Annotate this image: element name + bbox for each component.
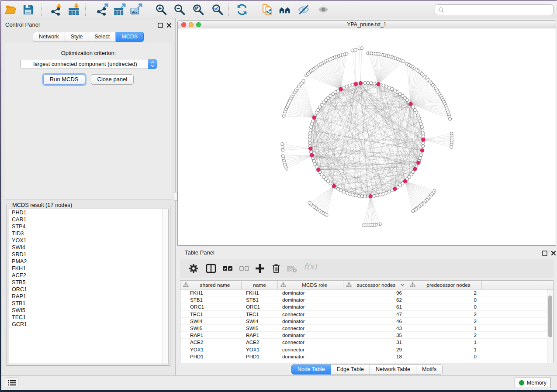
table-row[interactable]: STB1STB1dominator620	[180, 296, 547, 303]
delete-table-icon[interactable]	[286, 263, 298, 274]
mcds-result-item[interactable]: STB1	[9, 300, 168, 307]
table-row[interactable]: ORC1ORC1dominator610	[180, 303, 547, 310]
deselect-all-checkboxes-icon[interactable]	[239, 263, 250, 274]
zoom-in-icon[interactable]	[155, 3, 167, 16]
table-toolbar: f(x)	[180, 259, 554, 278]
table-row[interactable]: RAP1RAP1dominator352	[180, 332, 547, 339]
mcds-result-group: MCDS result (17 nodes) PHD1CAR1STP4TID3Y…	[7, 205, 170, 366]
mcds-result-item[interactable]: SWI4	[9, 244, 168, 251]
column-header-shared-name[interactable]: shared name	[180, 281, 242, 289]
table-row[interactable]: PHD1PHD1dominator180	[180, 353, 547, 360]
tab-motifs[interactable]: Motifs	[416, 364, 443, 375]
table-cell: SWI4	[242, 318, 278, 324]
mcds-result-item[interactable]: PMA2	[9, 258, 168, 265]
split-divider-grip[interactable]	[174, 192, 177, 201]
table-cell: FKH1	[242, 289, 278, 296]
run-mcds-button[interactable]: Run MCDS	[43, 74, 85, 85]
window-minimize-light[interactable]	[189, 22, 194, 27]
save-session-icon[interactable]	[22, 3, 35, 16]
tab-edge-table[interactable]: Edge Table	[331, 364, 370, 375]
criterion-selected-value: largest connected component (undirected)	[21, 61, 148, 67]
column-header-MCDS-role[interactable]: MCDS role	[278, 281, 343, 289]
table-scrollbar-thumb[interactable]	[548, 296, 552, 337]
table-row[interactable]: SWI5SWI5connector431	[180, 325, 547, 332]
export-image-icon[interactable]	[130, 3, 142, 16]
table-cell: 46	[343, 318, 407, 324]
mcds-result-item[interactable]: SRD1	[9, 251, 168, 258]
open-file-icon[interactable]	[5, 3, 17, 16]
mcds-result-item[interactable]: ORC1	[9, 286, 168, 293]
show-all-icon[interactable]	[317, 3, 329, 16]
export-network-icon[interactable]	[96, 3, 108, 16]
mcds-result-list[interactable]: PHD1CAR1STP4TID3YOX1SWI4SRD1PMA2FKH1ACE2…	[9, 209, 169, 364]
apply-function-icon[interactable]: f(x)	[304, 262, 317, 271]
column-settings-icon[interactable]	[188, 263, 199, 274]
import-network-icon[interactable]	[50, 3, 62, 16]
table-cell: 18	[343, 353, 407, 360]
mcds-result-item[interactable]: ACE2	[9, 272, 168, 279]
network-window-titlebar[interactable]: YPA_prune.txt_1	[178, 21, 556, 28]
column-header-successor-nodes[interactable]: successor nodes	[343, 281, 407, 289]
close-panel-button[interactable]: Close panel	[91, 74, 134, 85]
mcds-result-item[interactable]: YOX1	[9, 237, 168, 244]
search-input[interactable]	[444, 7, 553, 13]
table-cell: 0	[407, 296, 482, 303]
mcds-result-item[interactable]: STP4	[9, 223, 168, 230]
zoom-fit-icon[interactable]	[192, 3, 204, 16]
window-maximize-light[interactable]	[196, 22, 201, 27]
tab-node-table[interactable]: Node Table	[291, 364, 331, 375]
add-column-icon[interactable]	[254, 263, 266, 274]
first-neighbors-icon[interactable]	[279, 3, 291, 16]
table-row[interactable]: ACE2ACE2connector311	[180, 339, 547, 346]
search-field[interactable]	[435, 4, 554, 15]
zoom-out-icon[interactable]	[173, 3, 186, 16]
table-scrollbar[interactable]	[547, 289, 553, 363]
table-row[interactable]: SWI4SWI4dominator462	[180, 318, 547, 325]
window-close-light[interactable]	[181, 22, 186, 27]
apply-preferred-layout-icon[interactable]	[236, 3, 248, 16]
hide-selected-icon[interactable]	[298, 3, 310, 16]
table-row[interactable]: FKH1FKH1dominator962	[180, 289, 547, 296]
close-table-panel-icon[interactable]	[551, 250, 556, 255]
tab-style[interactable]: Style	[65, 32, 89, 42]
mcds-result-item[interactable]: STB5	[9, 279, 168, 286]
tab-network[interactable]: Network	[33, 32, 65, 42]
mcds-result-item[interactable]: TEC1	[9, 314, 168, 321]
mcds-result-item[interactable]: GCR1	[9, 321, 168, 328]
export-table-icon[interactable]	[114, 3, 126, 16]
zoom-selected-icon[interactable]	[211, 3, 224, 16]
mcds-result-item[interactable]: SWI5	[9, 307, 168, 314]
memory-status-icon	[519, 380, 524, 385]
mcds-result-item[interactable]: RAP1	[9, 293, 168, 300]
table-row[interactable]: TEC1TEC1connector472	[180, 311, 547, 318]
mcds-list-scrollbar[interactable]	[163, 209, 168, 364]
mcds-result-item[interactable]: FKH1	[9, 265, 168, 272]
mcds-result-item[interactable]: CAR1	[9, 216, 168, 223]
node-table-body: FKH1FKH1dominator962STB1STB1dominator620…	[180, 289, 547, 363]
tab-select[interactable]: Select	[89, 32, 116, 42]
show-networks-list-button[interactable]	[5, 378, 18, 388]
network-canvas[interactable]	[178, 28, 556, 245]
tab-mcds[interactable]: MCDS	[116, 32, 144, 42]
optimization-criterion-select[interactable]: largest connected component (undirected)	[20, 59, 157, 69]
network-from-file-icon[interactable]	[261, 3, 273, 16]
mcds-result-item[interactable]: TID3	[9, 230, 168, 237]
control-panel-title: Control Panel	[5, 21, 40, 28]
table-cell: connector	[278, 346, 343, 353]
delete-column-icon[interactable]	[270, 263, 282, 274]
column-header-predecessor-nodes[interactable]: predecessor nodes	[407, 281, 482, 289]
table-cell: SWI5	[180, 325, 242, 331]
tab-network-table[interactable]: Network Table	[370, 364, 416, 375]
float-table-panel-icon[interactable]	[542, 250, 547, 255]
column-header-name[interactable]: name	[242, 281, 278, 289]
table-row[interactable]: YOX1YOX1connector291	[180, 346, 547, 353]
select-all-checkboxes-icon[interactable]	[222, 263, 233, 274]
table-cell: TEC1	[242, 311, 278, 317]
split-panel-icon[interactable]	[205, 263, 217, 274]
float-panel-icon[interactable]	[158, 22, 163, 27]
mcds-result-legend: MCDS result (17 nodes)	[10, 202, 74, 208]
mcds-result-item[interactable]: PHD1	[9, 209, 168, 216]
import-table-icon[interactable]	[68, 3, 80, 16]
memory-button[interactable]: Memory	[515, 378, 551, 388]
close-panel-icon[interactable]	[166, 22, 172, 27]
